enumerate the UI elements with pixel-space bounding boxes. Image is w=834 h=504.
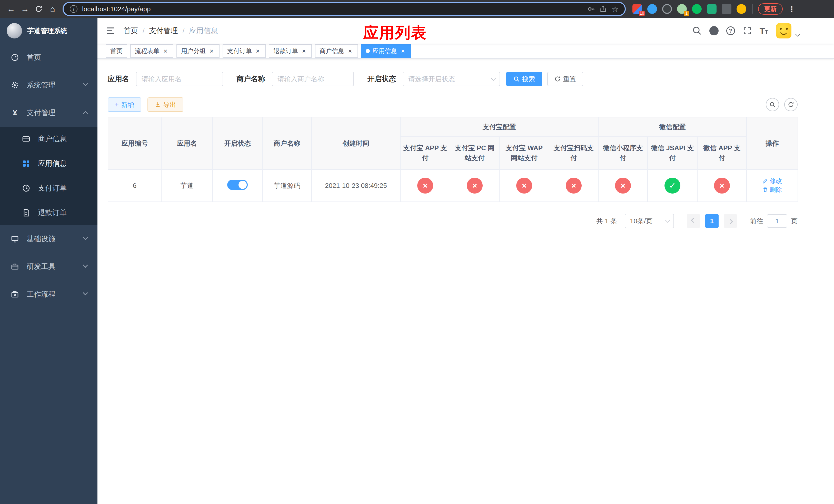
url-text[interactable]: localhost:1024/pay/app bbox=[82, 5, 583, 13]
chevron-up-icon bbox=[83, 111, 88, 116]
close-icon[interactable]: × bbox=[301, 48, 307, 54]
close-icon[interactable]: × bbox=[399, 48, 406, 54]
search-button-label: 搜索 bbox=[522, 75, 535, 83]
tab-process-form[interactable]: 流程表单 × bbox=[130, 44, 173, 58]
sidebar-item-home[interactable]: 首页 bbox=[0, 44, 97, 71]
tab-home[interactable]: 首页 bbox=[106, 44, 127, 58]
cell-app-name: 芋道 bbox=[161, 169, 213, 202]
refresh-table-button[interactable] bbox=[784, 98, 797, 111]
sidebar-item-merchant-info[interactable]: 商户信息 bbox=[0, 127, 97, 151]
tab-merchant-info[interactable]: 商户信息 × bbox=[315, 44, 358, 58]
extension-multicolor-icon[interactable]: 10 bbox=[632, 4, 642, 14]
share-icon[interactable] bbox=[599, 5, 607, 13]
add-button[interactable]: + 新增 bbox=[108, 97, 141, 112]
search-button[interactable]: 搜索 bbox=[506, 72, 542, 86]
card-icon bbox=[22, 135, 31, 143]
goto-page-input[interactable] bbox=[767, 214, 787, 228]
toggle-search-button[interactable] bbox=[766, 98, 779, 111]
close-icon[interactable]: × bbox=[208, 48, 215, 54]
close-icon[interactable]: × bbox=[347, 48, 353, 54]
chevron-left-icon bbox=[691, 217, 696, 223]
tab-label: 商户信息 bbox=[320, 47, 344, 55]
extension-light-green-icon[interactable]: 1 bbox=[677, 4, 687, 14]
edit-icon bbox=[763, 178, 768, 184]
sidebar-item-refund-orders[interactable]: 退款订单 bbox=[0, 201, 97, 225]
github-icon[interactable] bbox=[709, 26, 719, 36]
home-icon[interactable]: ⌂ bbox=[46, 2, 60, 16]
reload-icon[interactable] bbox=[32, 2, 46, 16]
export-button[interactable]: 导出 bbox=[148, 97, 183, 112]
sidebar-item-label: 基础设施 bbox=[27, 234, 56, 244]
col-group-alipay: 支付宝配置 bbox=[400, 117, 598, 137]
toolbar-divider bbox=[752, 4, 753, 14]
breadcrumb: 首页 / 支付管理 / 应用信息 bbox=[124, 26, 218, 36]
yen-icon: ¥ bbox=[10, 109, 20, 117]
col-group-wechat: 微信配置 bbox=[598, 117, 747, 137]
monitor-icon bbox=[10, 235, 20, 243]
filter-form: 应用名 商户名称 开启状态 请选择开启状态 搜索 bbox=[108, 72, 824, 86]
search-icon[interactable] bbox=[693, 26, 702, 36]
tab-payment-orders[interactable]: 支付订单 × bbox=[223, 44, 266, 58]
back-icon[interactable]: ← bbox=[4, 2, 18, 16]
extension-blue-icon[interactable] bbox=[647, 4, 657, 14]
breadcrumb-payment[interactable]: 支付管理 bbox=[149, 26, 178, 36]
status-label: 开启状态 bbox=[367, 74, 396, 84]
tab-refund-orders[interactable]: 退款订单 × bbox=[269, 44, 312, 58]
password-key-icon[interactable] bbox=[587, 5, 595, 13]
avatar[interactable] bbox=[776, 23, 791, 39]
merchant-name-input[interactable] bbox=[272, 72, 354, 86]
hamburger-icon[interactable] bbox=[105, 26, 115, 36]
font-size-icon[interactable]: TT bbox=[760, 26, 768, 35]
export-button-label: 导出 bbox=[163, 100, 176, 109]
sidebar-item-dev-tools[interactable]: 研发工具 bbox=[0, 253, 97, 280]
status-select-placeholder: 请选择开启状态 bbox=[408, 75, 455, 84]
sidebar-item-workflow[interactable]: 工作流程 bbox=[0, 280, 97, 308]
delete-button[interactable]: 删除 bbox=[763, 186, 782, 194]
page-size-select[interactable]: 10条/页 bbox=[625, 214, 674, 228]
forward-icon[interactable]: → bbox=[18, 2, 32, 16]
refresh-icon bbox=[554, 76, 561, 82]
sidebar-item-payment[interactable]: ¥ 支付管理 bbox=[0, 99, 97, 127]
close-icon[interactable]: × bbox=[162, 48, 169, 54]
plus-icon: + bbox=[115, 101, 119, 109]
page-number-1[interactable]: 1 bbox=[705, 214, 719, 228]
extension-puzzle-icon[interactable] bbox=[722, 4, 731, 14]
extension-yellow-face-icon[interactable] bbox=[737, 4, 746, 14]
dashboard-icon bbox=[10, 53, 20, 62]
status-select[interactable]: 请选择开启状态 bbox=[403, 72, 500, 86]
close-icon[interactable]: × bbox=[255, 48, 261, 54]
app-title: 芋道管理系统 bbox=[27, 26, 67, 36]
tab-user-group[interactable]: 用户分组 × bbox=[176, 44, 220, 58]
breadcrumb-home[interactable]: 首页 bbox=[124, 26, 138, 36]
prev-page-button[interactable] bbox=[687, 214, 700, 228]
tab-label: 流程表单 bbox=[135, 47, 159, 55]
cell-merchant: 芋道源码 bbox=[262, 169, 312, 202]
fullscreen-icon[interactable] bbox=[743, 26, 752, 36]
search-icon bbox=[513, 76, 520, 82]
table-row: 6 芋道 芋道源码 2021-10-23 08:49:25 × × × × × … bbox=[108, 169, 798, 202]
status-switch[interactable] bbox=[227, 180, 248, 190]
browser-menu-icon[interactable]: ⋮ bbox=[788, 5, 795, 14]
sidebar-item-payment-orders[interactable]: 支付订单 bbox=[0, 176, 97, 201]
browser-update-button[interactable]: 更新 bbox=[758, 3, 783, 15]
chevron-down-icon bbox=[665, 217, 671, 223]
col-header-alipay-app: 支付宝 APP 支付 bbox=[400, 137, 450, 169]
sidebar-item-system[interactable]: 系统管理 bbox=[0, 71, 97, 99]
sidebar-item-app-info[interactable]: 应用信息 bbox=[0, 151, 97, 176]
bookmark-star-icon[interactable]: ☆ bbox=[612, 5, 619, 14]
extension-dark-icon[interactable] bbox=[662, 4, 672, 14]
alipay-scan-disabled-icon: × bbox=[566, 178, 581, 193]
next-page-button[interactable] bbox=[724, 214, 737, 228]
tab-app-info[interactable]: 应用信息 × bbox=[361, 44, 411, 58]
page-content: 应用名 商户名称 开启状态 请选择开启状态 搜索 bbox=[97, 59, 834, 504]
sidebar-item-infrastructure[interactable]: 基础设施 bbox=[0, 225, 97, 253]
extension-chat-square-icon[interactable] bbox=[707, 4, 717, 14]
app-name-input[interactable] bbox=[136, 72, 223, 86]
reset-button[interactable]: 重置 bbox=[547, 72, 583, 86]
help-icon[interactable]: ? bbox=[726, 26, 735, 35]
extension-wechat-green-icon[interactable] bbox=[692, 4, 702, 14]
edit-button[interactable]: 修改 bbox=[763, 177, 782, 185]
url-bar[interactable]: i localhost:1024/pay/app ☆ bbox=[63, 2, 626, 16]
chevron-down-icon[interactable] bbox=[795, 32, 800, 37]
site-info-icon[interactable]: i bbox=[70, 5, 78, 13]
